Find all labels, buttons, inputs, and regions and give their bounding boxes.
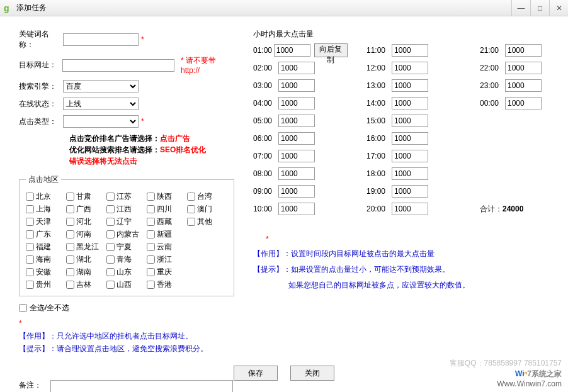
hour-label: 17:00 (366, 152, 392, 160)
region-fieldset: 点击地区 北京甘肃江苏陕西台湾上海广西江西四川澳门天津河北辽宁西藏其他广东河南内… (19, 174, 234, 296)
province-checkbox[interactable] (106, 268, 115, 276)
url-label: 目标网址： (19, 60, 62, 70)
hour-input[interactable] (274, 44, 310, 57)
province-checkbox[interactable] (106, 243, 115, 251)
hours-title: 小时内最大点击量 (253, 29, 568, 40)
hour-input[interactable] (392, 44, 428, 57)
hour-input[interactable] (392, 97, 428, 109)
province-label: 四川 (157, 204, 172, 215)
province-checkbox[interactable] (147, 243, 155, 251)
province-checkbox[interactable] (26, 218, 34, 226)
province-checkbox[interactable] (147, 255, 155, 264)
hour-input[interactable] (392, 79, 428, 92)
hour-input[interactable] (505, 62, 542, 74)
province-checkbox[interactable] (106, 255, 115, 264)
hour-input[interactable] (392, 203, 428, 215)
select-all-label: 全选/全不选 (30, 303, 69, 313)
hour-input[interactable] (505, 97, 542, 109)
province-checkbox[interactable] (106, 281, 115, 289)
minimize-button[interactable]: — (511, 0, 530, 16)
hour-input[interactable] (392, 115, 428, 127)
province-checkbox[interactable] (106, 193, 115, 201)
hour-label: 02:00 (253, 64, 278, 72)
province-label: 湖南 (76, 267, 91, 277)
hour-label: 20:00 (366, 204, 392, 213)
province-label: 其他 (197, 216, 212, 227)
hour-label: 06:00 (253, 134, 278, 143)
province-checkbox[interactable] (147, 193, 155, 201)
province-checkbox[interactable] (66, 230, 74, 238)
url-input[interactable] (62, 59, 174, 72)
select-all-checkbox[interactable] (19, 304, 27, 312)
province-checkbox[interactable] (147, 205, 155, 213)
province-checkbox[interactable] (26, 243, 34, 251)
watermark: 客服QQ：785858997 785101757 Wiⁿ7系统之家 Www.Wi… (450, 358, 562, 388)
province-checkbox[interactable] (26, 268, 34, 276)
status-select[interactable]: 上线 (63, 98, 139, 110)
province-label: 安徽 (36, 267, 51, 277)
hour-input[interactable] (278, 203, 315, 215)
hour-label: 19:00 (366, 187, 392, 196)
province-checkbox[interactable] (26, 255, 34, 264)
province-checkbox[interactable] (66, 255, 74, 264)
province-checkbox[interactable] (66, 268, 74, 276)
province-checkbox[interactable] (187, 205, 195, 213)
hour-input[interactable] (392, 62, 428, 74)
province-checkbox[interactable] (147, 268, 155, 276)
province-label: 广东 (36, 229, 51, 240)
hour-label: 07:00 (253, 152, 278, 160)
province-checkbox[interactable] (26, 193, 34, 201)
hour-input[interactable] (392, 167, 428, 180)
hour-input[interactable] (392, 132, 428, 145)
province-checkbox[interactable] (187, 193, 195, 201)
province-checkbox[interactable] (106, 218, 115, 226)
hour-label: 21:00 (480, 46, 505, 55)
hour-label: 10:00 (253, 204, 278, 213)
province-checkbox[interactable] (26, 230, 34, 238)
keyword-input[interactable] (63, 33, 139, 46)
hour-input[interactable] (278, 62, 315, 74)
url-note: * 请不要带http:// (181, 55, 234, 75)
province-checkbox[interactable] (147, 230, 155, 238)
hour-label: 18:00 (366, 169, 392, 178)
province-checkbox[interactable] (26, 281, 34, 289)
copy-forward-button[interactable]: 向后复制 (314, 43, 348, 57)
province-checkbox[interactable] (66, 243, 74, 251)
maximize-button[interactable]: □ (530, 0, 549, 16)
close-window-button[interactable]: ✕ (549, 0, 568, 16)
province-checkbox[interactable] (106, 205, 115, 213)
hour-input[interactable] (278, 97, 315, 109)
hour-input[interactable] (278, 185, 315, 198)
province-checkbox[interactable] (147, 218, 155, 226)
hour-input[interactable] (278, 115, 315, 127)
clicktype-select[interactable] (63, 115, 139, 128)
province-checkbox[interactable] (187, 218, 195, 226)
hour-input[interactable] (505, 44, 542, 57)
province-checkbox[interactable] (66, 218, 74, 226)
engine-select[interactable]: 百度 (63, 80, 139, 92)
province-label: 贵州 (36, 279, 51, 290)
hour-input[interactable] (278, 79, 315, 92)
province-checkbox[interactable] (106, 230, 115, 238)
hour-input[interactable] (278, 167, 315, 180)
province-checkbox[interactable] (26, 205, 34, 213)
hour-input[interactable] (392, 185, 428, 198)
province-checkbox[interactable] (66, 205, 74, 213)
hour-label: 04:00 (253, 99, 278, 108)
province-label: 甘肃 (76, 191, 91, 202)
province-checkbox[interactable] (66, 193, 74, 201)
province-checkbox[interactable] (66, 281, 74, 289)
save-button[interactable]: 保存 (234, 366, 278, 381)
remark-textarea[interactable] (50, 380, 233, 392)
province-label: 吉林 (76, 279, 91, 290)
province-label: 黑龙江 (76, 242, 99, 252)
required-star: * (141, 35, 144, 44)
hour-input[interactable] (278, 132, 315, 145)
hour-input[interactable] (505, 79, 542, 92)
close-button[interactable]: 关闭 (290, 366, 334, 381)
title-bar: g 添加任务 — □ ✕ (0, 0, 568, 16)
hour-input[interactable] (278, 150, 315, 162)
region-note1-label: 【作用】： (19, 332, 57, 340)
province-checkbox[interactable] (147, 281, 155, 289)
hour-input[interactable] (392, 150, 428, 162)
